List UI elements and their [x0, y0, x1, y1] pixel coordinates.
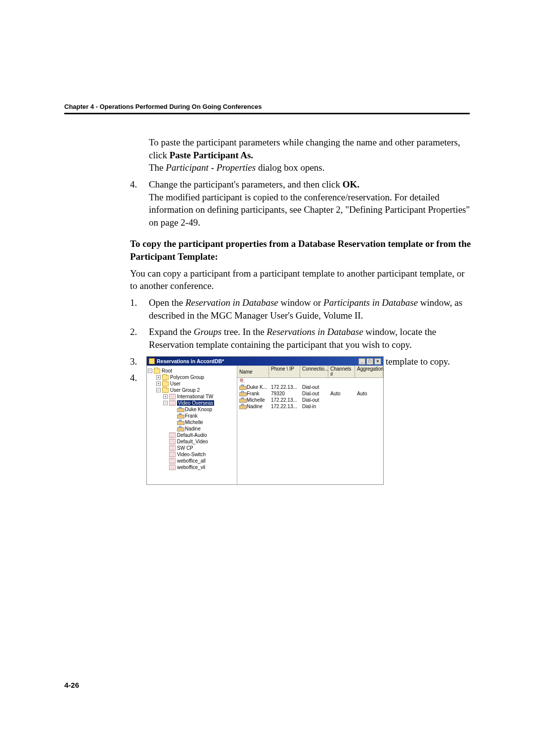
- step-body: Change the participant's parameters, and…: [149, 178, 471, 229]
- cell-name: Duke K...: [247, 384, 267, 390]
- reservation-icon: [169, 458, 176, 464]
- maximize-button[interactable]: □: [366, 358, 373, 365]
- cell-name: Nadine: [247, 404, 263, 409]
- t: Expand the: [149, 327, 194, 337]
- reservation-icon: [169, 432, 176, 438]
- cell-phone: 172.22.13...: [269, 404, 300, 409]
- tree-frank[interactable]: Frank: [185, 413, 198, 419]
- person-icon: [239, 404, 246, 409]
- person-icon: [177, 413, 183, 419]
- col-header-phone[interactable]: Phone \ IP: [269, 366, 300, 378]
- col-header-name[interactable]: Name: [237, 366, 269, 378]
- col-header-channels[interactable]: Channels #: [328, 366, 355, 378]
- expand-icon[interactable]: +: [156, 375, 161, 379]
- page-number: 4-26: [64, 681, 79, 689]
- subheading: To copy the participant properties from …: [130, 237, 471, 263]
- tree-user2[interactable]: User Group 2: [170, 387, 200, 393]
- close-button[interactable]: ×: [374, 358, 381, 365]
- t: Open the: [149, 297, 185, 308]
- person-icon: [239, 397, 246, 403]
- reservation-icon: [169, 394, 176, 399]
- collapse-icon[interactable]: −: [148, 369, 152, 373]
- tree-video-overseas[interactable]: Video Overseas: [177, 400, 214, 406]
- i: Groups: [194, 327, 222, 337]
- app-icon: [149, 358, 155, 364]
- folder-icon: [162, 381, 169, 386]
- tree-pane[interactable]: −Root +Polycom Group +User −User Group 2…: [147, 366, 237, 484]
- tree-polycom[interactable]: Polycom Group: [170, 375, 204, 380]
- step-1: 1. Open the Reservation in Database wind…: [130, 296, 471, 322]
- table-row[interactable]: Duke K... 172.22.13... Dial-out: [237, 384, 383, 390]
- person-icon: [177, 426, 183, 431]
- window-controls: _ □ ×: [358, 358, 381, 365]
- col-header-connection[interactable]: Connectio...: [300, 366, 328, 378]
- cell-name: Michelle: [247, 397, 265, 403]
- step-body: Open the Reservation in Database window …: [149, 296, 471, 322]
- step-2: 2. Expand the Groups tree. In the Reserv…: [130, 326, 471, 351]
- t: tree. In the: [222, 327, 267, 337]
- tree-michelle[interactable]: Michelle: [185, 420, 203, 425]
- table-pane: Name Phone \ IP Connectio... Channels # …: [237, 366, 383, 484]
- person-icon: [239, 391, 246, 396]
- tree-weboffice-all[interactable]: weboffice_all: [177, 458, 206, 464]
- page-header: Chapter 4 - Operations Performed During …: [64, 103, 262, 110]
- folder-icon: [162, 375, 169, 380]
- step4-1: Change the participant's parameters, and…: [149, 179, 343, 189]
- dialog-line-a: The: [149, 162, 166, 173]
- app-screenshot: Reservations in AccordDB* _ □ × −Root +P…: [146, 356, 384, 485]
- content-area: To paste the participant parameters whil…: [130, 136, 471, 387]
- collapse-icon[interactable]: −: [163, 401, 168, 405]
- sub-intro: You can copy a participant from a partic…: [130, 267, 471, 292]
- titlebar: Reservations in AccordDB* _ □ ×: [147, 357, 383, 366]
- tree-duke[interactable]: Duke Knoop: [185, 407, 212, 412]
- collapse-icon[interactable]: −: [156, 388, 161, 392]
- table-row[interactable]: Frank 79320 Dial-out Auto Auto: [237, 390, 383, 397]
- tree-weboffice-vil[interactable]: weboffice_vil: [177, 465, 205, 470]
- tree-video-switch[interactable]: Video-Switch: [177, 452, 206, 457]
- folder-icon: [154, 369, 160, 374]
- step4-2: The modified participant is copied to th…: [149, 192, 470, 228]
- paste-intro: To paste the participant parameters whil…: [130, 136, 471, 174]
- tree-default-audio[interactable]: Default-Audio: [177, 432, 207, 438]
- cell-chan: Auto: [328, 391, 355, 396]
- tree-default-video[interactable]: Default_Video: [177, 439, 208, 444]
- step-num: 4.: [130, 178, 149, 229]
- folder-icon: [162, 388, 169, 393]
- cell-conn: Dial-out: [300, 384, 328, 390]
- tree-user[interactable]: User: [170, 381, 180, 386]
- dialog-name-italic: Participant - Properties: [166, 162, 256, 173]
- table-row-add[interactable]: [237, 378, 383, 384]
- reservation-icon: [169, 439, 176, 444]
- dialog-line-c: dialog box opens.: [256, 162, 324, 173]
- table-header: Name Phone \ IP Connectio... Channels # …: [237, 366, 383, 378]
- tree-nadine[interactable]: Nadine: [185, 426, 201, 431]
- tree-swcp[interactable]: SW CP: [177, 445, 193, 451]
- tree-intl[interactable]: International TW: [177, 394, 213, 399]
- table-row[interactable]: Nadine 172.22.13... Dial-in: [237, 403, 383, 410]
- app-body: −Root +Polycom Group +User −User Group 2…: [147, 366, 383, 484]
- person-icon: [239, 384, 246, 390]
- cell-conn: Dial-in: [300, 404, 328, 409]
- reservation-icon: [169, 400, 176, 406]
- paste-as-bold: Paste Participant As.: [170, 150, 253, 160]
- cell-phone: 172.22.13...: [269, 397, 300, 403]
- tree-root[interactable]: Root: [162, 368, 172, 374]
- step-num: 2.: [130, 326, 149, 351]
- reservation-icon: [169, 465, 176, 470]
- col-header-aggregation[interactable]: Aggregation: [355, 366, 383, 378]
- i: Reservation in Database: [185, 297, 278, 308]
- window-title: Reservations in AccordDB*: [157, 358, 224, 364]
- expand-icon[interactable]: +: [156, 381, 161, 386]
- person-icon: [177, 420, 183, 425]
- reservation-icon: [169, 452, 176, 457]
- step-body: Expand the Groups tree. In the Reservati…: [149, 326, 471, 351]
- step-num: 1.: [130, 296, 149, 322]
- reservation-icon: [169, 445, 176, 451]
- minimize-button[interactable]: _: [358, 358, 365, 365]
- i: Participants in Database: [323, 297, 418, 308]
- header-rule: [64, 113, 470, 114]
- cell-name: Frank: [247, 391, 260, 396]
- expand-icon[interactable]: +: [163, 394, 168, 399]
- table-row[interactable]: Michelle 172.22.13... Dial-out: [237, 397, 383, 403]
- ok-bold: OK.: [343, 179, 359, 189]
